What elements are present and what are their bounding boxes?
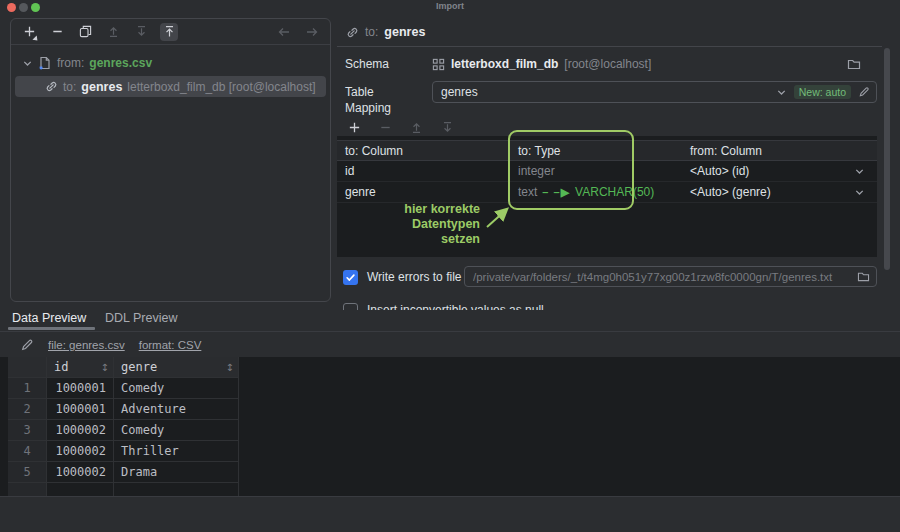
scroll-to-source-icon[interactable] [160,23,178,41]
tree-item-source[interactable]: from: genres.csv [11,53,330,73]
mapping-move-down-icon[interactable] [438,118,456,136]
folder-icon[interactable] [857,271,870,282]
schema-value[interactable]: letterboxd_film_db [root@localhost] [432,57,847,71]
chevron-down-icon[interactable] [854,187,865,198]
sort-icon[interactable]: ↕ [101,362,109,373]
cell-genre[interactable]: Adventure [114,399,239,420]
import-tree: from: genres.csv to: genres letterboxd_f… [11,46,330,97]
expander-chevron-icon[interactable] [22,58,33,69]
back-arrow-icon[interactable] [275,23,293,41]
table-name-field[interactable]: genres New: auto [432,81,877,103]
annotation-arrow-icon [484,204,516,232]
table-row[interactable]: 4 1000002 Thriller [8,441,239,462]
cell-genre[interactable]: Comedy [114,378,239,399]
insert-null-row: Insert inconvertible values as null [343,299,877,310]
mapping-move-up-icon[interactable] [407,118,425,136]
table-row[interactable]: 3 1000002 Comedy [8,420,239,441]
cell-id[interactable]: 1000001 [47,378,114,399]
col-header-to-column[interactable]: to: Column [337,144,510,158]
data-preview-area: id ↕ genre ↕ 1 1000001 Comedy 2 1000001 … [0,357,900,496]
row-number: 4 [8,441,47,462]
insert-null-label: Insert inconvertible values as null [367,303,544,310]
mapping-column-name: id [337,164,510,178]
chevron-down-icon[interactable] [854,166,865,177]
mapping-toolbar [345,118,456,136]
table-name-value: genres [441,85,769,99]
move-down-icon[interactable] [132,23,150,41]
mapping-column-name: genre [337,185,510,199]
mapping-mapped-type: VARCHAR(50) [575,185,654,199]
table-row-partial [8,483,239,496]
cell-genre[interactable]: Comedy [114,420,239,441]
edit-pencil-icon[interactable] [858,86,870,98]
mapping-add-icon[interactable] [345,118,363,136]
edit-pencil-icon[interactable] [20,338,34,352]
cell-genre[interactable]: Thriller [114,441,239,462]
write-errors-label: Write errors to file [367,270,461,284]
file-link[interactable]: file: genres.csv [48,339,125,351]
link-icon [45,80,58,93]
annotation-text: hier korrekte Datentypen setzen [347,202,480,247]
folder-icon[interactable] [847,58,861,70]
row-number: 2 [8,399,47,420]
cell-id[interactable]: 1000002 [47,462,114,483]
csv-file-icon [38,56,52,70]
target-settings-panel: to: genres Schema letterboxd_film_db [ro… [337,18,890,310]
tree-item-target[interactable]: to: genres letterboxd_film_db [root@loca… [15,76,326,97]
row-number: 5 [8,462,47,483]
schema-row: Schema letterboxd_film_db [root@localhos… [337,52,877,76]
error-file-path-field[interactable]: /private/var/folders/_t/t4mg0h051y77xg00… [464,266,877,287]
mapping-type: integer [518,164,555,178]
tabs-divider [0,331,900,332]
dialog-footer: ? Cancel OK [0,496,900,532]
target-table-name: genres [81,80,122,94]
mapping-row-id[interactable]: id integer <Auto> (id) [337,161,877,182]
move-up-icon[interactable] [104,23,122,41]
error-file-path: /private/var/folders/_t/t4mg0h051y77xg00… [473,271,857,283]
mapping-section-label: Mapping [345,101,391,115]
row-number: 3 [8,420,47,441]
cell-genre[interactable]: Drama [114,462,239,483]
target-prefix: to: [63,80,76,94]
format-link[interactable]: format: CSV [139,339,202,351]
mapping-row-genre[interactable]: genre text – –▶ VARCHAR(50) <Auto> (genr… [337,182,877,203]
target-db-detail: letterboxd_film_db [root@localhost] [127,80,315,94]
column-header-genre[interactable]: genre ↕ [114,357,239,378]
cell-id[interactable]: 1000002 [47,420,114,441]
window-title: Import [0,1,900,11]
write-errors-row: Write errors to file /private/var/folder… [343,266,877,288]
col-header-to-type[interactable]: to: Type [510,144,682,158]
write-errors-checkbox[interactable] [343,270,358,285]
file-info-row: file: genres.csv format: CSV [20,336,201,354]
mapping-remove-icon[interactable] [376,118,394,136]
chevron-down-icon[interactable] [776,87,787,98]
table-row[interactable]: 1 1000001 Comedy [8,378,239,399]
cell-id[interactable]: 1000001 [47,399,114,420]
cell-id[interactable]: 1000002 [47,441,114,462]
insert-null-checkbox[interactable] [343,303,358,311]
add-icon[interactable] [20,23,38,41]
col-header-from-column[interactable]: from: Column [682,144,877,158]
mapping-from-value: <Auto> (genre) [690,185,771,199]
link-icon [346,26,359,39]
column-header-id[interactable]: id ↕ [47,357,114,378]
schema-name: letterboxd_film_db [451,57,558,71]
table-row[interactable]: 2 1000001 Adventure [8,399,239,420]
remove-icon[interactable] [48,23,66,41]
duplicate-icon[interactable] [76,23,94,41]
source-prefix: from: [57,56,84,70]
data-preview-table: id ↕ genre ↕ 1 1000001 Comedy 2 1000001 … [8,357,239,496]
forward-arrow-icon[interactable] [303,23,321,41]
left-toolbar [11,19,330,45]
schema-detail: [root@localhost] [564,57,651,71]
tab-ddl-preview[interactable]: DDL Preview [105,311,177,329]
source-target-panel: from: genres.csv to: genres letterboxd_f… [10,18,331,302]
table-row[interactable]: 5 1000002 Drama [8,462,239,483]
type-mapping-arrow-icon: – –▶ [542,186,570,199]
vertical-scrollbar[interactable] [884,48,890,270]
header-prefix: to: [365,25,378,39]
table-row: Table genres New: auto [337,80,877,104]
new-auto-badge: New: auto [794,85,851,99]
schema-label: Schema [337,57,432,71]
sort-icon[interactable]: ↕ [226,362,234,373]
